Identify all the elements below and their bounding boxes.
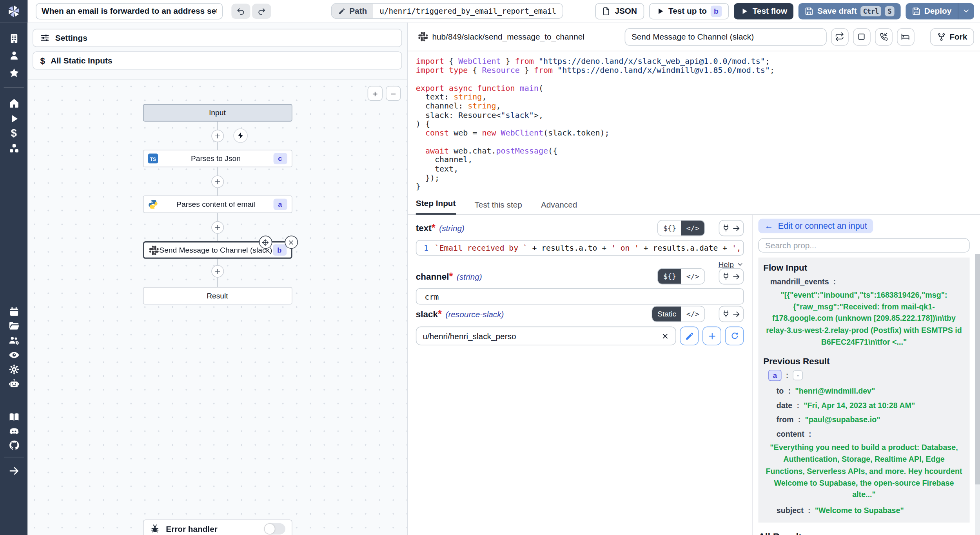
favorites-star-icon[interactable] [7, 67, 20, 79]
flow-input-value[interactable]: "[{"event":"inbound","ts":1683819426,"ms… [763, 289, 965, 348]
trigger-bolt-button[interactable] [233, 128, 247, 143]
refresh-resource-button[interactable] [725, 327, 744, 345]
deploy-options-button[interactable] [958, 3, 974, 19]
flow-node-parses-to-json[interactable]: TS Parses to Json c [143, 150, 292, 167]
fork-button[interactable]: Fork [930, 28, 974, 45]
discord-icon[interactable] [7, 425, 20, 437]
channel-mode-toggle: ${} </> [658, 268, 705, 285]
slack-resource-input[interactable]: u/henri/henri_slack_perso [416, 327, 676, 345]
content-value[interactable]: "Everything you need to build a product:… [763, 442, 965, 501]
result-a-badge[interactable]: a [768, 370, 782, 381]
settings-gear-icon[interactable] [7, 363, 20, 375]
delete-step-button[interactable] [285, 236, 298, 249]
flow-graph-canvas[interactable]: + − Input TS [27, 80, 407, 535]
step-name-input[interactable] [624, 28, 826, 45]
step-badge: b [272, 244, 286, 256]
tab-advanced[interactable]: Advanced [541, 200, 577, 214]
flow-node-send-message-slack[interactable]: Send Message to Channel (slack) b [143, 241, 292, 259]
search-prop-input[interactable] [758, 238, 969, 253]
phone-incoming-button[interactable] [875, 28, 893, 45]
insert-step-button[interactable] [211, 221, 223, 234]
resources-boxes-icon[interactable] [7, 142, 20, 155]
step-input-fields: text* (string) ${} </> [408, 215, 752, 535]
text-field-label: text [416, 223, 432, 233]
sliders-icon [40, 33, 49, 43]
connect-input-button[interactable] [719, 220, 744, 237]
windmill-logo[interactable] [0, 0, 27, 23]
insert-step-button[interactable] [211, 130, 223, 142]
code-mode-button[interactable]: </> [681, 269, 704, 284]
flow-node-parses-content[interactable]: Parses content of email a [143, 195, 292, 213]
path-chip[interactable]: Path u/henri/triggered_by_email_report_e… [331, 3, 563, 19]
save-draft-button[interactable]: Save draft Ctrl S [799, 3, 900, 19]
runs-play-icon[interactable] [7, 112, 20, 125]
connect-input-button[interactable] [719, 268, 744, 285]
arrow-right-icon [732, 223, 741, 233]
redo-button[interactable] [252, 4, 271, 18]
git-fork-icon [937, 32, 946, 41]
folders-icon[interactable] [7, 320, 20, 332]
move-step-button[interactable] [259, 236, 272, 249]
zoom-in-button[interactable]: + [368, 86, 383, 101]
template-mode-button[interactable]: ${} [658, 221, 681, 235]
workspace-building-icon[interactable] [7, 32, 20, 45]
error-handler-card[interactable]: Error handler [143, 519, 292, 535]
groups-users-gear-icon[interactable] [7, 334, 20, 347]
bed-icon [901, 32, 910, 42]
expand-editor-button[interactable] [853, 28, 871, 45]
app-window: $ [0, 0, 980, 535]
bed-button[interactable] [897, 28, 915, 45]
text-expression-editor[interactable]: 1`Email received by ` + results.a.to + '… [416, 240, 744, 256]
test-up-to-button[interactable]: Test up to b [649, 3, 728, 19]
channel-value-input[interactable]: crm [416, 288, 744, 305]
home-icon[interactable] [7, 96, 20, 109]
undo-button[interactable] [231, 4, 250, 18]
json-button[interactable]: JSON [595, 3, 644, 19]
variables-dollar-icon[interactable]: $ [7, 127, 20, 140]
deploy-button[interactable]: Deploy [906, 3, 958, 19]
insert-step-button[interactable] [211, 265, 223, 278]
flow-title-input[interactable] [36, 3, 223, 19]
text-mode-toggle: ${} </> [658, 220, 705, 237]
tab-test-this-step[interactable]: Test this step [474, 200, 522, 214]
plus-icon [214, 224, 221, 231]
connect-input-button[interactable] [719, 306, 744, 322]
typescript-icon: TS [148, 153, 158, 164]
github-icon[interactable] [7, 439, 20, 451]
script-header: hub/849/slack/send_message_to_channel [408, 23, 980, 52]
schedules-calendar-icon[interactable] [7, 305, 20, 318]
help-link[interactable]: Help [719, 260, 734, 269]
expand-sidebar-arrow-icon[interactable] [7, 465, 20, 477]
add-resource-button[interactable] [702, 327, 721, 345]
flow-node-result[interactable]: Result [143, 287, 292, 305]
flow-input-key[interactable]: mandrill_events [770, 278, 829, 286]
audit-eye-icon[interactable] [7, 349, 20, 361]
template-mode-button[interactable]: ${} [658, 269, 681, 284]
zoom-out-button[interactable]: − [386, 86, 401, 101]
code-mode-button[interactable]: </> [681, 221, 704, 235]
insert-step-button[interactable] [211, 175, 223, 188]
flow-settings-button[interactable]: Settings [33, 29, 402, 47]
user-icon[interactable] [7, 49, 20, 61]
reload-script-button[interactable] [831, 28, 849, 45]
docs-book-icon[interactable] [7, 410, 20, 423]
edit-resource-button[interactable] [680, 327, 699, 345]
edit-or-connect-button[interactable]: ← Edit or connect an input [758, 219, 873, 233]
clear-resource-button[interactable] [661, 332, 669, 340]
flow-node-input[interactable]: Input [143, 104, 292, 122]
collapse-button[interactable]: - [793, 371, 803, 381]
code-mode-button[interactable]: </> [681, 306, 704, 321]
code-editor[interactable]: import { WebClient } from "https://deno.… [408, 51, 980, 193]
all-static-inputs-button[interactable]: $ All Static Inputs [33, 51, 402, 69]
test-flow-button[interactable]: Test flow [734, 3, 794, 19]
save-icon [912, 7, 920, 15]
phone-incoming-icon [879, 32, 888, 42]
error-handler-toggle[interactable] [264, 523, 285, 535]
result-viewer: Flow Input mandrill_events : "[{"event":… [758, 258, 969, 523]
arrow-right-icon [732, 309, 741, 319]
workers-robot-icon[interactable] [7, 377, 20, 390]
tab-step-input[interactable]: Step Input [416, 199, 456, 215]
chevron-down-icon [736, 261, 744, 268]
scrollbar-thumb[interactable] [975, 254, 980, 484]
static-mode-button[interactable]: Static [652, 306, 681, 321]
